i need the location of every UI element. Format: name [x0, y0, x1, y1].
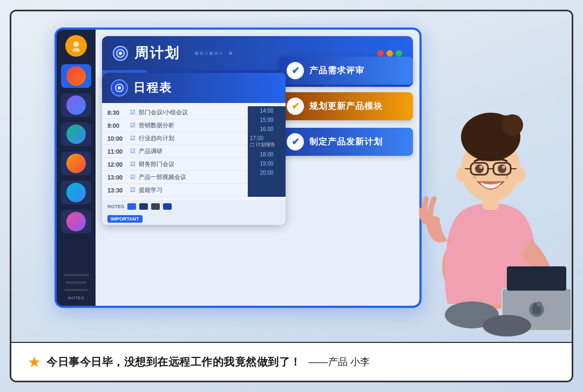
color-navy	[163, 203, 172, 210]
outer-frame: NOTES 周计划	[10, 10, 573, 382]
svg-point-20	[514, 167, 525, 182]
todo-card-3[interactable]: ✔ 制定产品发新计划	[279, 128, 413, 156]
avatar-5	[66, 183, 86, 202]
task-row-4: 11:00 ☑ 产品调研	[102, 145, 248, 158]
task-row-6: 13:00 ☑ 产品一部视频会议	[102, 171, 248, 184]
schedule-title: 日程表	[133, 80, 172, 96]
check-circle-2: ✔	[287, 98, 304, 115]
todo-text-3: 制定产品发新计划	[309, 136, 383, 148]
caption-bar: ★ 今日事今日毕，没想到在远程工作的我竟然做到了！ ——产品 小李	[11, 342, 572, 381]
sidebar-item-1[interactable]	[61, 64, 91, 88]
schedule-card: 日程表 8:30 ☑ 部门会议/小组会议	[102, 73, 286, 225]
character-illustration	[399, 61, 572, 342]
time-18: 18:00	[248, 150, 286, 159]
color-blue	[127, 203, 136, 210]
sidebar-item-6[interactable]	[61, 210, 91, 233]
schedule-header: 日程表	[102, 73, 286, 103]
sidebar-item-5[interactable]	[61, 181, 91, 204]
weekly-logo	[113, 46, 128, 61]
todo-card-1[interactable]: ✔ 产品需求评审	[279, 57, 413, 85]
svg-point-17	[473, 176, 476, 179]
avatar-6	[66, 212, 86, 231]
avatar-4	[66, 154, 86, 173]
avatar-2	[66, 95, 86, 115]
sidebar-item-3[interactable]	[61, 122, 91, 146]
svg-point-15	[479, 166, 483, 169]
window-controls	[377, 50, 402, 57]
time-15: 15:00	[248, 115, 286, 125]
svg-point-7	[501, 114, 523, 136]
task-row-7: 13:30 ☑ 提能学习	[102, 184, 248, 197]
monitor-inner: NOTES 周计划	[57, 30, 419, 306]
sidebar-notes-label: NOTES	[68, 295, 84, 300]
close-button[interactable]	[377, 50, 384, 57]
monitor: NOTES 周计划	[55, 27, 422, 308]
caption-author: ——产品 小李	[309, 355, 370, 368]
sidebar-item-2[interactable]	[61, 93, 91, 117]
task-row-2: 9:00 ☑ 营销数据分析	[102, 119, 248, 132]
todo-card-2[interactable]: ✔ 规划更新产品模块	[279, 92, 413, 120]
time-17: 17:00 ☐ 计划报告	[248, 134, 286, 150]
svg-point-24	[537, 301, 542, 307]
task-row-5: 12:00 ☑ 财务部门会议	[102, 158, 248, 171]
svg-point-14	[498, 164, 506, 173]
check-circle-1: ✔	[287, 62, 304, 79]
svg-point-27	[483, 315, 531, 336]
svg-point-1	[72, 48, 80, 52]
svg-point-19	[456, 167, 467, 182]
todo-text-1: 产品需求评审	[309, 65, 364, 77]
sidebar: NOTES	[57, 30, 96, 306]
time-16: 16:00	[248, 125, 286, 134]
star-icon: ★	[28, 353, 41, 371]
svg-point-16	[502, 166, 505, 169]
svg-point-18	[505, 176, 509, 179]
minimize-button[interactable]	[387, 50, 393, 57]
maximize-button[interactable]	[396, 50, 402, 57]
svg-point-13	[475, 164, 484, 173]
avatar-3	[66, 125, 86, 144]
time-20: 20:00	[248, 168, 286, 177]
color-gray	[151, 203, 160, 210]
svg-rect-25	[507, 266, 566, 291]
caption-text: 今日事今日毕，没想到在远程工作的我竟然做到了！	[46, 355, 301, 369]
time-19: 19:00	[248, 159, 286, 168]
task-row-3: 10:00 ☑ 行业趋向计划	[102, 132, 248, 145]
check-circle-3: ✔	[287, 133, 304, 150]
weekly-plan-title: 周计划	[134, 44, 180, 63]
notes-label: NOTES	[107, 204, 124, 209]
task-row-1: 8:30 ☑ 部门会议/小组会议	[102, 106, 248, 119]
todo-cards: ✔ 产品需求评审 ✔ 规划更新产品模块	[279, 57, 413, 156]
schedule-body: 8:30 ☑ 部门会议/小组会议 9:00 ☑ 营销数据分析	[102, 103, 286, 200]
time-14: 14:00	[248, 106, 286, 115]
schedule-footer: NOTES	[102, 200, 286, 213]
illustration-area: NOTES 周计划	[11, 11, 572, 342]
svg-point-0	[73, 42, 79, 47]
avatar-main	[65, 35, 87, 57]
panel-area: 周计划	[96, 30, 419, 306]
important-row: IMPORTANT	[102, 213, 286, 225]
important-label: IMPORTANT	[107, 215, 143, 223]
sidebar-item-4[interactable]	[61, 152, 91, 175]
schedule-logo	[111, 79, 128, 97]
main-content: NOTES 周计划	[11, 11, 572, 381]
color-dark	[139, 203, 148, 210]
todo-text-2: 规划更新产品模块	[309, 101, 383, 112]
avatar-1	[66, 66, 86, 86]
